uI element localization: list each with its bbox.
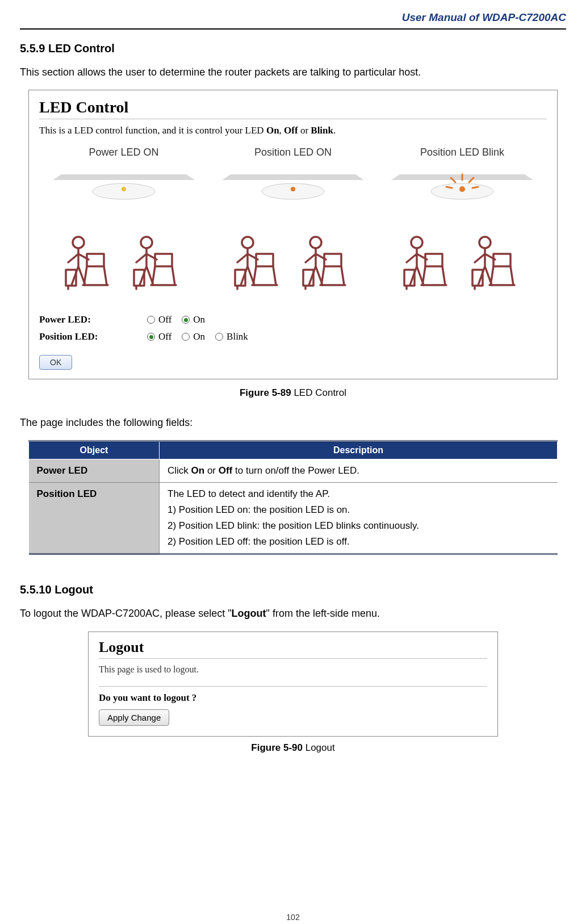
text: ,: [279, 125, 284, 136]
radio-icon: [147, 333, 155, 341]
people-col: [208, 225, 378, 302]
logout-question: Do you want to logout ?: [99, 692, 487, 704]
device-icon: [378, 163, 547, 220]
people-col: [378, 225, 547, 302]
position-led-group: Off On Blink: [147, 331, 254, 342]
text: to turn on/off the Power LED.: [232, 465, 359, 476]
text: To logout the WDAP-C7200AC, please selec…: [20, 608, 232, 619]
fields-intro: The page includes the following fields:: [20, 416, 566, 430]
svg-rect-25: [493, 254, 510, 266]
logout-desc: This page is used to logout.: [99, 664, 487, 675]
logout-title: Logout: [99, 639, 487, 656]
radio-icon: [215, 333, 223, 341]
svg-point-22: [411, 237, 422, 248]
power-led-off-option[interactable]: Off: [147, 314, 171, 325]
people-row: [39, 225, 547, 302]
people-col: [39, 225, 208, 302]
led-col-3: Position LED Blink: [378, 147, 547, 222]
screenshot-logout: Logout This page is used to logout. Do y…: [88, 632, 498, 737]
divider: [99, 658, 487, 659]
led-col-label: Position LED Blink: [378, 147, 547, 158]
device-icon: [39, 163, 208, 220]
svg-point-18: [242, 237, 253, 248]
power-led-label: Power LED:: [39, 314, 147, 325]
led-col-1: Power LED ON: [39, 147, 208, 222]
desc-line: The LED to detect and identify the AP.: [168, 488, 550, 500]
device-icon: [208, 163, 378, 220]
figure-title: LED Control: [291, 387, 346, 398]
svg-point-2: [122, 187, 126, 191]
table-row: Position LED The LED to detect and ident…: [29, 483, 558, 554]
radio-text: Off: [158, 331, 171, 342]
screenshot-title: LED Control: [39, 98, 547, 116]
table-cell-desc: The LED to detect and identify the AP. 1…: [160, 483, 558, 554]
position-led-on-option[interactable]: On: [182, 331, 205, 342]
divider: [39, 119, 547, 119]
desc-line: 2) Position LED blink: the position LED …: [168, 520, 550, 532]
table-row: Power LED Click On or Off to turn on/off…: [29, 459, 558, 483]
led-label-row: Power LED ON Position LED ON Position LE…: [39, 147, 547, 222]
text: or: [298, 125, 311, 136]
table-cell-object: Power LED: [29, 459, 160, 483]
position-led-blink-option[interactable]: Blink: [215, 331, 248, 342]
power-led-group: Off On: [147, 314, 211, 325]
apply-change-button[interactable]: Apply Change: [99, 709, 169, 726]
svg-point-14: [73, 237, 84, 248]
position-led-label: Position LED:: [39, 331, 147, 342]
section-intro-logout: To logout the WDAP-C7200AC, please selec…: [20, 607, 566, 621]
page-number: 102: [286, 913, 299, 922]
section-heading-logout: 5.5.10 Logout: [20, 583, 566, 596]
table-header-description: Description: [160, 441, 558, 459]
fields-table: Object Description Power LED Click On or…: [28, 440, 558, 555]
svg-marker-3: [222, 174, 364, 180]
ok-button[interactable]: OK: [39, 355, 72, 370]
svg-marker-0: [53, 174, 195, 180]
radio-text: Blink: [227, 331, 248, 342]
text: .: [333, 125, 336, 136]
text-bold: Off: [284, 125, 298, 136]
svg-rect-19: [256, 254, 273, 266]
svg-point-16: [141, 237, 152, 248]
document-header: User Manual of WDAP-C7200AC: [20, 11, 566, 30]
text: Click: [168, 465, 191, 476]
table-cell-desc: Click On or Off to turn on/off the Power…: [160, 459, 558, 483]
text: or: [204, 465, 219, 476]
radio-icon: [182, 333, 190, 341]
text-bold: Off: [219, 465, 233, 476]
screenshot-desc: This is a LED control function, and it i…: [39, 125, 547, 136]
figure-number: Figure 5-89: [240, 387, 291, 398]
svg-rect-15: [87, 254, 104, 266]
divider: [99, 686, 487, 687]
svg-point-5: [291, 187, 295, 191]
figure-caption-1: Figure 5-89 LED Control: [20, 387, 566, 399]
svg-point-24: [479, 237, 491, 248]
svg-point-13: [459, 186, 465, 192]
figure-caption-2: Figure 5-90 Logout: [20, 742, 566, 754]
svg-rect-17: [155, 254, 172, 266]
led-col-label: Position LED ON: [208, 147, 378, 158]
svg-line-11: [446, 187, 452, 188]
figure-number: Figure 5-90: [251, 742, 303, 753]
svg-point-20: [310, 237, 321, 248]
position-led-off-option[interactable]: Off: [147, 331, 171, 342]
led-col-label: Power LED ON: [39, 147, 208, 158]
people-icon: [378, 225, 547, 299]
text-bold: Logout: [232, 608, 266, 619]
svg-rect-21: [324, 254, 341, 266]
svg-line-12: [472, 187, 478, 188]
figure-title: Logout: [303, 742, 335, 753]
text: This is a LED control function, and it i…: [39, 125, 266, 136]
section-intro-led: This section allows the user to determin…: [20, 65, 566, 80]
power-led-on-option[interactable]: On: [182, 314, 205, 325]
desc-line: 2) Position LED off: the position LED is…: [168, 536, 550, 547]
radio-icon: [147, 316, 155, 324]
radio-text: On: [193, 314, 205, 325]
people-icon: [208, 225, 378, 299]
led-col-2: Position LED ON: [208, 147, 378, 222]
table-header-object: Object: [29, 441, 160, 459]
text-bold: On: [266, 125, 279, 136]
radio-text: On: [193, 331, 205, 342]
radio-icon: [182, 316, 190, 324]
table-cell-object: Position LED: [29, 483, 160, 554]
text-bold: On: [191, 465, 205, 476]
